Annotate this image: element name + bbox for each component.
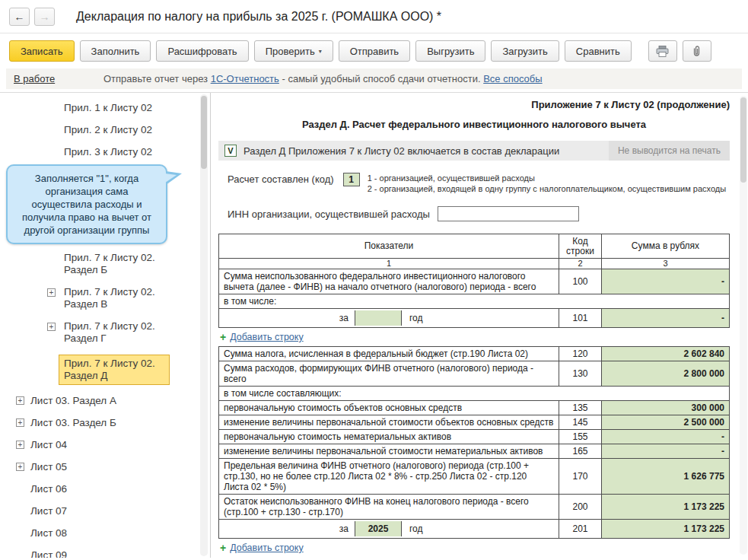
fill-button[interactable]: Заполнить	[80, 40, 151, 62]
year-row-cell: за 2025 год	[219, 520, 559, 539]
table-row-170: Предельная величина ФИНВ отчетного (нало…	[219, 459, 730, 495]
row-value-field[interactable]: -	[602, 269, 730, 294]
expand-icon[interactable]: +	[47, 323, 56, 331]
unload-button[interactable]: Выгрузить	[415, 40, 485, 62]
god-label: год	[402, 521, 423, 536]
vychet-table-top: Показатели Код строки Сумма в рублях 1 2…	[218, 234, 730, 328]
year-input-field[interactable]: 2025	[355, 521, 402, 536]
status-state-link[interactable]: В работе	[14, 73, 81, 84]
continuation-header: Приложение 7 к Листу 02 (продолжение)	[218, 99, 730, 110]
row-value-field[interactable]: -	[602, 430, 730, 444]
toolbar: Записать Заполнить Расшифровать Проверит…	[0, 33, 748, 68]
sidebar-item-label: Прил. 7 к Листу 02. Раздел Г	[64, 320, 170, 345]
year-input-field[interactable]	[355, 310, 402, 326]
sidebar-scrollbar[interactable]	[200, 94, 208, 556]
row-value-field[interactable]: -	[602, 444, 730, 459]
sidebar-item-pril7-razdel-d-selected[interactable]: Прил. 7 к Листу 02. Раздел Д	[0, 350, 210, 390]
group-label: в том числе:	[219, 294, 730, 309]
col-header-code: Код строки	[559, 234, 602, 259]
all-ways-link[interactable]: Все способы	[483, 73, 542, 84]
paperclip-icon	[691, 45, 702, 57]
calc-code-label: Расчет составлен (код)	[228, 173, 334, 186]
expand-icon[interactable]: +	[16, 396, 24, 405]
sidebar-item-pril7-razdel-b[interactable]: Прил. 7 к Листу 02. Раздел Б	[0, 247, 210, 282]
row-value-field[interactable]: 2 800 000	[602, 361, 730, 387]
table-column-numbers-row: 1 2 3	[219, 259, 730, 269]
send-button[interactable]: Отправить	[339, 40, 410, 62]
row-value-field[interactable]: 300 000	[602, 401, 730, 415]
za-label: за	[224, 521, 355, 536]
sidebar-item-list04[interactable]: +Лист 04	[0, 434, 210, 457]
chevron-down-icon: ▾	[319, 48, 322, 55]
row-value-field[interactable]: 2 602 840	[602, 347, 730, 361]
load-button[interactable]: Загрузить	[491, 40, 559, 62]
expand-icon[interactable]: +	[16, 463, 24, 471]
main-scrollbar[interactable]	[740, 96, 747, 555]
attach-button[interactable]	[683, 40, 711, 62]
sidebar-item-list08[interactable]: Лист 08	[0, 523, 210, 545]
check-button-label: Проверить	[266, 46, 315, 57]
sidebar-item-label: Лист 03. Раздел Б	[30, 417, 116, 428]
row-value-field[interactable]: 1 173 225	[602, 495, 730, 520]
row-value-field[interactable]: -	[602, 309, 730, 328]
row-label: изменение величины первоначальной стоимо…	[219, 415, 559, 430]
status-text-prefix: Отправьте отчет через	[103, 73, 211, 84]
form-area: Приложение 7 к Листу 02 (продолжение) Ра…	[211, 93, 748, 558]
sidebar-item-pril2-list02[interactable]: Прил. 2 к Листу 02	[0, 119, 210, 142]
service-1c-reporting-link[interactable]: 1С-Отчетность	[211, 73, 279, 84]
check-button[interactable]: Проверить▾	[254, 40, 333, 62]
expand-icon[interactable]: +	[16, 441, 24, 449]
row-value-field[interactable]: 1 173 225	[602, 520, 730, 539]
row-label: Сумма налога, исчисленная в федеральный …	[219, 347, 559, 361]
save-button-label: Записать	[21, 46, 63, 57]
app-window: ← → Декларация по налогу на прибыль за 2…	[0, 0, 748, 560]
calc-code-row: Расчет составлен (код) 1 1 - организацие…	[218, 173, 730, 194]
col-number: 2	[559, 259, 602, 269]
sidebar-item-label: Прил. 7 к Листу 02. Раздел Д	[59, 355, 170, 385]
page-title: Декларация по налогу на прибыль за 2025 …	[76, 10, 441, 24]
calc-code-field[interactable]: 1	[343, 173, 360, 186]
row-value-field[interactable]: 2 500 000	[602, 415, 730, 430]
expand-icon[interactable]: +	[47, 288, 56, 297]
row-code: 100	[559, 269, 602, 294]
calc-code-hints: 1 - организацией, осуществившей расходы …	[368, 173, 726, 194]
sidebar-item-list03-razdel-a[interactable]: +Лист 03. Раздел А	[0, 390, 210, 412]
sidebar-item-label: Прил. 3 к Листу 02	[64, 146, 152, 158]
row-value-field[interactable]: 1 626 775	[602, 459, 730, 495]
row-label: Предельная величина ФИНВ отчетного (нало…	[219, 459, 559, 495]
sidebar-item-label: Лист 08	[30, 527, 67, 539]
row-label: Остаток неиспользованного ФИНВ на конец …	[219, 495, 559, 520]
add-row-link[interactable]: + Добавить строку	[220, 332, 730, 342]
sidebar-item-list06[interactable]: Лист 06	[0, 479, 210, 501]
include-checkbox[interactable]: V	[224, 145, 237, 157]
sidebar-item-list09[interactable]: Лист 09	[0, 545, 210, 558]
sidebar-item-pril1-list02[interactable]: Прил. 1 к Листу 02	[0, 97, 210, 119]
print-button[interactable]	[648, 40, 677, 62]
inn-field[interactable]	[438, 206, 579, 221]
sidebar-item-list05[interactable]: +Лист 05	[0, 457, 210, 479]
add-row-link[interactable]: + Добавить строку	[220, 542, 730, 553]
sidebar-item-list07[interactable]: Лист 07	[0, 501, 210, 523]
sidebar-item-list03-razdel-b[interactable]: +Лист 03. Раздел Б	[0, 412, 210, 434]
expand-icon[interactable]: +	[16, 418, 24, 427]
tooltip-callout: Заполняется "1", когда организация сама …	[6, 164, 167, 244]
sidebar-item-pril7-razdel-v[interactable]: +Прил. 7 к Листу 02. Раздел В	[0, 282, 210, 316]
calc-code-hint-2: 2 - организацией, входящей в одну группу…	[368, 183, 726, 194]
row-code: 145	[559, 415, 602, 430]
sidebar-scrollbar-thumb[interactable]	[201, 96, 207, 169]
row-code: 200	[559, 495, 602, 520]
sidebar-item-pril7-razdel-g[interactable]: +Прил. 7 к Листу 02. Раздел Г	[0, 316, 210, 350]
sidebar-item-pril3-list02[interactable]: Прил. 3 к Листу 02	[0, 142, 210, 164]
back-button[interactable]: ←	[9, 8, 30, 26]
save-button[interactable]: Записать	[9, 40, 75, 62]
year-row: за год	[224, 310, 554, 326]
row-code: 155	[559, 430, 602, 444]
sidebar-item-label: Лист 05	[30, 461, 67, 473]
compare-button[interactable]: Сравнить	[565, 40, 632, 62]
main-scrollbar-thumb[interactable]	[740, 97, 746, 183]
table-row-100: Сумма неиспользованного федерального инв…	[219, 269, 730, 294]
sidebar-item-label: Лист 06	[30, 483, 67, 495]
explain-button[interactable]: Расшифровать	[156, 40, 248, 62]
forward-button[interactable]: →	[34, 8, 55, 26]
table-group-row: в том числе составляющих:	[219, 387, 730, 401]
